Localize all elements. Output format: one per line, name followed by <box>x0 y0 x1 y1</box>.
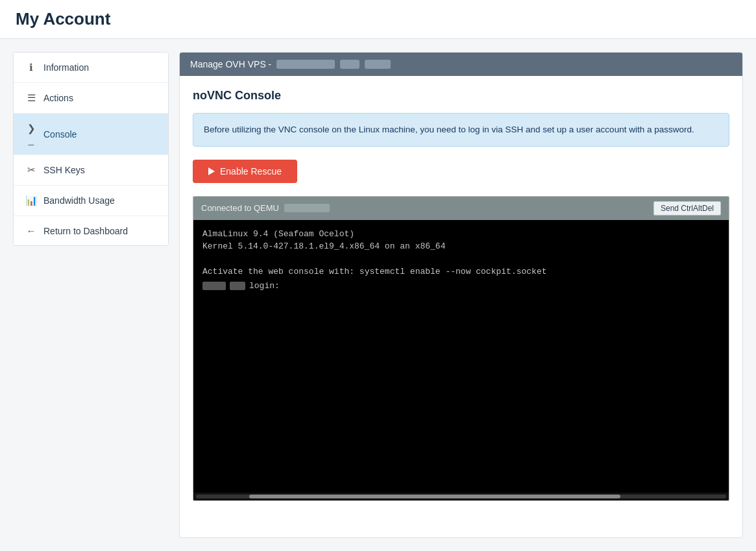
main-header-bar: Manage OVH VPS - <box>180 53 742 76</box>
info-icon: ℹ <box>25 62 37 73</box>
rescue-button-label: Enable Rescue <box>220 166 282 177</box>
qemu-hostname-redacted <box>284 204 330 212</box>
console-line-4: Activate the web console with: systemctl… <box>202 265 720 278</box>
console-wrapper: Connected to QEMU Send CtrlAltDel AlmaLi… <box>193 196 729 501</box>
play-icon <box>208 167 215 175</box>
server-id-redacted-2 <box>365 60 391 69</box>
console-line-3 <box>202 253 720 266</box>
sidebar-item-actions[interactable]: ☰ Actions <box>14 83 168 114</box>
login-prompt: login: <box>249 280 280 293</box>
console-icon: ❯_ <box>25 123 37 145</box>
login-redacted-2 <box>230 282 245 290</box>
main-body: noVNC Console Before utilizing the VNC c… <box>180 76 742 514</box>
key-icon: ✂ <box>25 164 37 176</box>
console-scrollbar-area[interactable] <box>193 493 729 500</box>
sidebar-item-label: Actions <box>43 93 73 103</box>
sidebar-item-label: Bandwidth Usage <box>43 195 115 206</box>
back-arrow-icon: ← <box>25 225 37 236</box>
sidebar-item-label: Information <box>43 62 89 73</box>
sidebar-item-bandwidth[interactable]: 📊 Bandwidth Usage <box>14 186 168 216</box>
scrollbar-track <box>196 495 726 498</box>
page-body: ℹ Information ☰ Actions ❯_ Console ✂ SSH… <box>0 39 756 551</box>
page-title: My Account <box>16 9 740 29</box>
sidebar-item-label: Console <box>43 129 77 140</box>
console-screen[interactable]: AlmaLinux 9.4 (Seafoam Ocelot) Kernel 5.… <box>193 220 729 493</box>
sidebar-item-label: Return to Dashboard <box>43 226 128 236</box>
sidebar-item-ssh-keys[interactable]: ✂ SSH Keys <box>14 155 168 186</box>
sidebar-item-dashboard[interactable]: ← Return to Dashboard <box>14 216 168 245</box>
info-text: Before utilizing the VNC console on the … <box>204 125 694 134</box>
ctrl-alt-del-button[interactable]: Send CtrlAltDel <box>653 201 721 215</box>
chart-icon: 📊 <box>25 195 37 206</box>
server-id-redacted-1 <box>340 60 360 69</box>
enable-rescue-button[interactable]: Enable Rescue <box>193 160 297 183</box>
console-toolbar-left: Connected to QEMU <box>201 203 330 213</box>
section-title: noVNC Console <box>193 89 729 103</box>
connected-label: Connected to QEMU <box>201 203 279 213</box>
main-content: Manage OVH VPS - noVNC Console Before ut… <box>179 52 743 538</box>
console-login-line: login: <box>202 280 720 293</box>
sidebar-item-console[interactable]: ❯_ Console <box>14 114 168 155</box>
console-toolbar: Connected to QEMU Send CtrlAltDel <box>193 197 729 220</box>
console-line-2: Kernel 5.14.0-427.18.1.el9_4.x86_64 on a… <box>202 240 720 253</box>
login-redacted-1 <box>202 282 226 290</box>
console-line-1: AlmaLinux 9.4 (Seafoam Ocelot) <box>202 228 720 241</box>
sidebar-item-information[interactable]: ℹ Information <box>14 53 168 83</box>
sidebar: ℹ Information ☰ Actions ❯_ Console ✂ SSH… <box>13 52 169 246</box>
actions-icon: ☰ <box>25 92 37 104</box>
server-name-redacted <box>276 60 335 69</box>
manage-label: Manage OVH VPS - <box>190 59 271 69</box>
sidebar-item-label: SSH Keys <box>43 165 85 175</box>
info-box: Before utilizing the VNC console on the … <box>193 113 729 147</box>
page-header: My Account <box>0 0 756 39</box>
scrollbar-thumb <box>249 495 620 498</box>
